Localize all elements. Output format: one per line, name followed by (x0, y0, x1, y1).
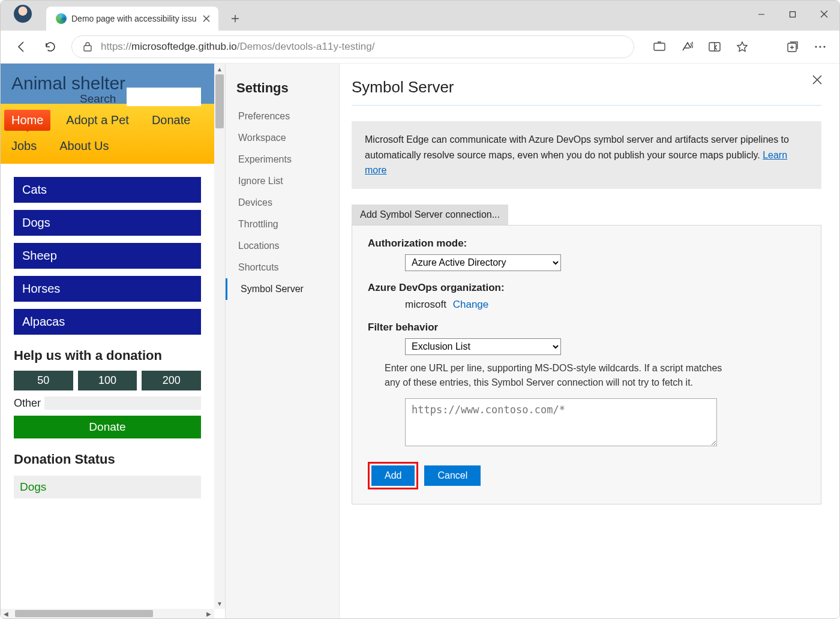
add-button[interactable]: Add (371, 465, 415, 486)
favorite-icon[interactable] (736, 41, 748, 53)
window-titlebar: Demo page with accessibility issu (1, 1, 839, 31)
menu-icon[interactable] (814, 45, 826, 49)
edge-favicon-icon (56, 13, 67, 24)
svg-point-7 (823, 46, 825, 47)
svg-rect-1 (84, 46, 91, 51)
scroll-up-icon[interactable]: ▲ (214, 64, 225, 74)
auth-mode-select[interactable]: Azure Active Directory (405, 254, 561, 271)
read-aloud-icon[interactable] (681, 41, 693, 53)
url-text: https://microsoftedge.github.io/Demos/de… (101, 41, 623, 53)
close-tab-icon[interactable] (202, 14, 211, 23)
app-mode-icon[interactable] (653, 41, 665, 52)
scroll-down-icon[interactable]: ▼ (214, 598, 225, 609)
settings-sidebar: Settings Preferences Workspace Experimen… (226, 64, 340, 618)
panel-title: Symbol Server (352, 78, 821, 97)
refresh-button[interactable] (43, 39, 58, 55)
info-banner: Microsoft Edge can communicate with Azur… (352, 121, 821, 189)
sidebar-item-shortcuts[interactable]: Shortcuts (226, 257, 339, 278)
filter-help-text: Enter one URL per line, supporting MS-DO… (385, 361, 733, 390)
main-nav: Home Adopt a Pet Donate Jobs About Us (1, 104, 214, 164)
other-amount-input[interactable] (44, 396, 201, 410)
animal-list: Cats Dogs Sheep Horses Alpacas (1, 164, 214, 341)
change-org-link[interactable]: Change (453, 299, 489, 310)
sidebar-item-workspace[interactable]: Workspace (226, 127, 339, 149)
search-input[interactable] (127, 88, 201, 106)
svg-rect-0 (790, 11, 796, 17)
sidebar-item-preferences[interactable]: Preferences (226, 106, 339, 127)
filter-label: Filter behavior (368, 321, 805, 333)
org-value: microsoft (405, 299, 446, 310)
scroll-right-icon[interactable]: ▶ (203, 611, 214, 617)
auth-mode-label: Authorization mode: (368, 238, 805, 250)
minimize-button[interactable] (746, 1, 777, 28)
url-patterns-textarea[interactable] (405, 398, 717, 446)
search-label: Search (80, 92, 116, 106)
list-item[interactable]: Cats (14, 177, 201, 203)
settings-title: Settings (226, 76, 339, 106)
tab-title: Demo page with accessibility issu (71, 14, 197, 23)
list-item[interactable]: Sheep (14, 243, 201, 269)
nav-adopt[interactable]: Adopt a Pet (59, 110, 136, 131)
add-connection-button[interactable]: Add Symbol Server connection... (352, 205, 508, 225)
scroll-thumb[interactable] (215, 74, 224, 128)
amount-200[interactable]: 200 (142, 371, 201, 390)
nav-jobs[interactable]: Jobs (4, 136, 44, 157)
back-button[interactable] (14, 39, 29, 55)
scroll-left-icon[interactable]: ◀ (1, 611, 11, 617)
svg-point-5 (815, 46, 817, 47)
status-row: Dogs (14, 476, 201, 498)
page-vertical-scrollbar[interactable]: ▲ ▼ (214, 64, 225, 609)
amount-50[interactable]: 50 (14, 371, 73, 390)
nav-home[interactable]: Home (4, 110, 50, 131)
amount-100[interactable]: 100 (78, 371, 137, 390)
other-label: Other (14, 397, 41, 410)
close-window-button[interactable] (808, 1, 839, 28)
list-item[interactable]: Dogs (14, 210, 201, 236)
donation-heading: Help us with a donation (14, 348, 201, 363)
url-box[interactable]: https://microsoftedge.github.io/Demos/de… (71, 35, 634, 58)
hscroll-thumb[interactable] (15, 610, 153, 617)
lock-icon (83, 41, 92, 52)
list-item[interactable]: Horses (14, 276, 201, 302)
svg-point-6 (819, 46, 821, 47)
close-settings-icon[interactable] (812, 74, 823, 85)
add-button-highlight: Add (368, 462, 418, 489)
page-viewport: Animal shelter Search Home Adopt a Pet D… (1, 64, 226, 618)
page-horizontal-scrollbar[interactable]: ◀ ▶ (1, 609, 214, 618)
toolbar-icons (653, 41, 826, 53)
new-tab-button[interactable] (223, 7, 247, 31)
browser-tab[interactable]: Demo page with accessibility issu (46, 7, 218, 31)
address-bar: https://microsoftedge.github.io/Demos/de… (1, 31, 839, 64)
divider (352, 105, 821, 106)
nav-about[interactable]: About Us (52, 136, 116, 157)
org-label: Azure DevOps organization: (368, 282, 805, 294)
collections-icon[interactable] (787, 41, 799, 53)
filter-select[interactable]: Exclusion List (405, 338, 561, 355)
sidebar-item-symbol-server[interactable]: Symbol Server (226, 278, 339, 300)
reading-mode-icon[interactable] (709, 41, 721, 52)
donation-status: Donation Status Dogs (1, 442, 214, 498)
sidebar-item-throttling[interactable]: Throttling (226, 214, 339, 235)
sidebar-item-ignore-list[interactable]: Ignore List (226, 170, 339, 192)
profile-avatar[interactable] (14, 5, 32, 23)
sidebar-item-experiments[interactable]: Experiments (226, 149, 339, 170)
symbol-server-panel: Symbol Server Microsoft Edge can communi… (340, 64, 839, 618)
window-controls (746, 1, 839, 28)
content-area: Animal shelter Search Home Adopt a Pet D… (1, 64, 839, 618)
sidebar-item-locations[interactable]: Locations (226, 235, 339, 257)
status-heading: Donation Status (14, 452, 201, 467)
nav-donate[interactable]: Donate (145, 110, 198, 131)
connection-form: Authorization mode: Azure Active Directo… (352, 225, 821, 504)
donate-button[interactable]: Donate (14, 416, 201, 438)
svg-rect-2 (654, 43, 665, 50)
sidebar-item-devices[interactable]: Devices (226, 192, 339, 214)
donation-section: Help us with a donation 50 100 200 Other… (1, 341, 214, 442)
info-text: Microsoft Edge can communicate with Azur… (365, 134, 789, 160)
maximize-button[interactable] (777, 1, 808, 28)
cancel-button[interactable]: Cancel (424, 465, 481, 486)
page-header: Animal shelter Search (1, 64, 214, 104)
list-item[interactable]: Alpacas (14, 309, 201, 335)
